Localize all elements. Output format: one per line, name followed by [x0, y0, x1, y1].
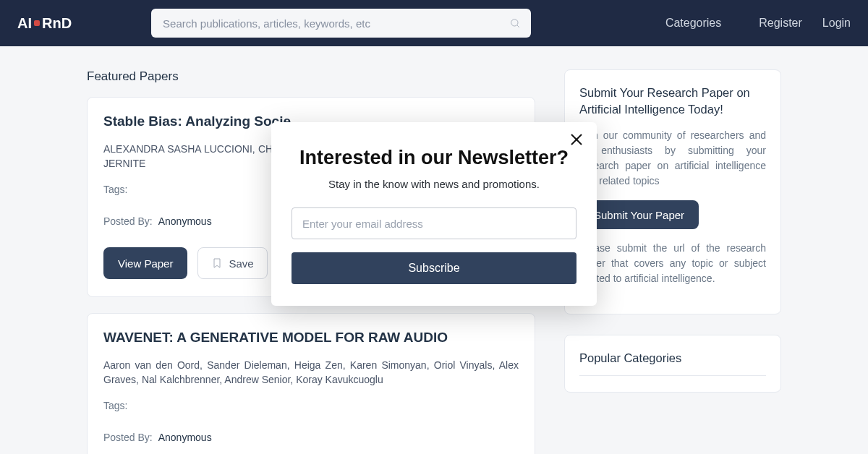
top-bar: AI RnD Categories Register Login	[0, 0, 868, 46]
nav-categories[interactable]: Categories	[665, 17, 721, 30]
posted-by: Posted By: Anonymous	[103, 432, 519, 443]
svg-point-0	[511, 20, 518, 26]
nav-register[interactable]: Register	[759, 17, 802, 30]
submit-paper-button[interactable]: Submit Your Paper	[579, 200, 699, 229]
logo-dot-icon	[34, 20, 40, 26]
logo-text-part2: RnD	[42, 15, 72, 32]
submit-paper-body2: Please submit the url of the research pa…	[579, 241, 766, 286]
logo-text-part1: AI	[17, 15, 32, 32]
posted-by-label: Posted By:	[103, 215, 153, 227]
paper-tags: Tags:	[103, 400, 519, 411]
posted-by-value: Anonymous	[158, 215, 212, 227]
divider	[579, 375, 766, 376]
newsletter-modal: Interested in our Newsletter? Stay in th…	[271, 122, 597, 306]
view-paper-button[interactable]: View Paper	[103, 247, 187, 279]
search-input[interactable]	[151, 9, 531, 38]
submit-paper-body: Join our community of researchers and AI…	[579, 128, 766, 189]
posted-by-value: Anonymous	[158, 432, 212, 443]
nav-auth-group: Register Login	[759, 17, 851, 30]
paper-title[interactable]: WAVENET: A GENERATIVE MODEL FOR RAW AUDI…	[103, 330, 519, 346]
save-label: Save	[229, 257, 253, 270]
posted-by-label: Posted By:	[103, 432, 153, 443]
save-paper-button[interactable]: Save	[197, 247, 267, 279]
close-icon	[568, 131, 585, 148]
modal-close-button[interactable]	[568, 131, 585, 148]
top-nav: Categories Register Login	[665, 17, 851, 30]
featured-heading: Featured Papers	[87, 69, 535, 84]
modal-title: Interested in our Newsletter?	[292, 147, 576, 169]
paper-card: WAVENET: A GENERATIVE MODEL FOR RAW AUDI…	[87, 313, 535, 454]
submit-paper-card: Submit Your Research Paper on Artificial…	[564, 69, 781, 314]
subscribe-button[interactable]: Subscribe	[292, 252, 576, 284]
popular-categories-heading: Popular Categories	[579, 350, 766, 367]
logo[interactable]: AI RnD	[17, 15, 72, 32]
modal-subtitle: Stay in the know with news and promotion…	[292, 178, 576, 190]
nav-login[interactable]: Login	[822, 17, 851, 30]
search-wrapper	[151, 9, 531, 38]
newsletter-email-input[interactable]	[292, 207, 576, 239]
search-icon	[509, 17, 521, 29]
bookmark-icon	[211, 257, 223, 270]
popular-categories-card: Popular Categories	[564, 335, 781, 393]
paper-authors: Aaron van den Oord, Sander Dieleman, Hei…	[103, 359, 519, 387]
sidebar-column: Submit Your Research Paper on Artificial…	[564, 69, 781, 454]
submit-paper-heading: Submit Your Research Paper on Artificial…	[579, 85, 766, 118]
svg-line-1	[517, 25, 519, 27]
